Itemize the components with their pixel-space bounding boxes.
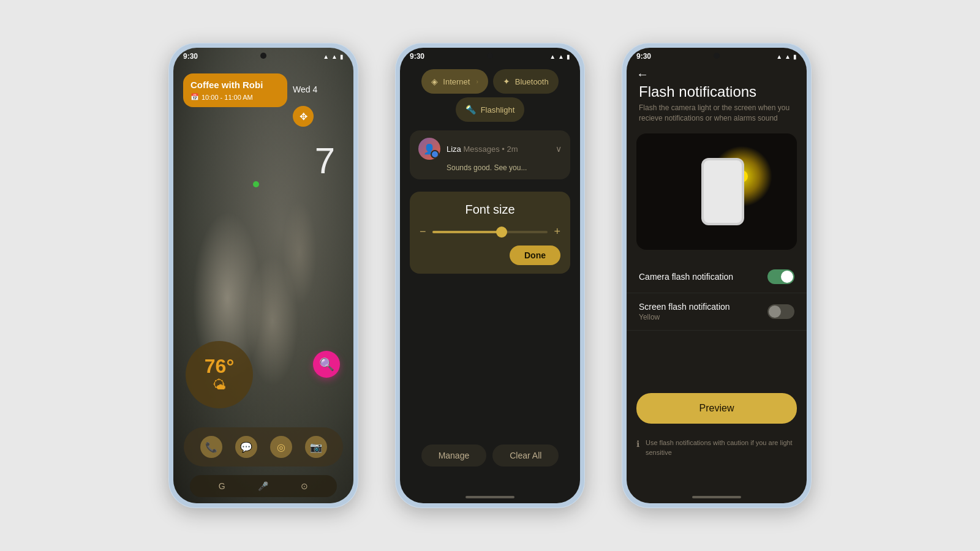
font-size-dialog: Font size − + Done [410,192,570,274]
notif-source: Messages • 2m [463,144,518,154]
search-fab[interactable]: 🔍 [313,351,340,378]
green-dot [253,181,259,187]
signal-icon-3: ▲ [776,53,782,60]
status-icons-3: ▲ ▲ ▮ [776,53,797,60]
phone-illus-inner [704,160,742,223]
dock-camera[interactable]: 📷 [305,436,327,458]
done-button[interactable]: Done [510,246,560,265]
battery-icon-2: ▮ [567,53,570,60]
font-decrease-btn[interactable]: − [420,225,426,238]
dock-chat[interactable]: 💬 [235,436,257,458]
flash-notifications-screen: 9:30 ▲ ▲ ▮ ← Flash notifications Flash t… [627,48,807,503]
bluetooth-toggle[interactable]: ✦ Bluetooth [493,69,559,94]
signal-icon-2: ▲ [549,53,556,60]
mic-icon[interactable]: 🎤 [258,481,268,491]
notification-card[interactable]: 👤 Liza Messages • 2m ∨ Sounds good. See … [410,130,570,179]
phone-1: 9:30 ▲ ▲ ▮ Coffee with Robi 📅 10:00 - 11… [168,43,358,508]
status-icons-1: ▲ ▲ ▮ [323,53,344,60]
event-time: 📅 10:00 - 11:00 AM [190,93,280,101]
info-icon: ℹ [636,439,639,449]
camera-flash-knob [781,271,793,283]
camera-notch-3 [714,53,720,59]
bluetooth-icon: ✦ [503,77,510,86]
caution-text: Use flash notifications with caution if … [646,438,797,457]
camera-notch-2 [487,53,493,59]
weather-widget[interactable]: 76° 🌤 [186,341,253,408]
page-title: Flash notifications [639,83,794,100]
flash-notifications-header: Flash notifications Flash the camera lig… [639,83,794,124]
dock: 📞 💬 ◎ 📷 [184,427,343,467]
status-time-3: 9:30 [636,52,651,61]
event-date: Wed 4 [293,84,317,94]
calendar-icon: 📅 [190,93,199,101]
number-widget: 7 [315,143,335,179]
move-icon[interactable]: ✥ [293,106,314,127]
notif-header: 👤 Liza Messages • 2m ∨ [418,138,562,160]
font-dialog-title: Font size [420,203,560,217]
camera-flash-label: Camera flash notification [639,272,767,282]
dock-phone[interactable]: 📞 [200,436,222,458]
preview-button[interactable]: Preview [636,393,797,424]
weather-icon: 🌤 [213,377,226,393]
font-done-row: Done [420,246,560,265]
phone-illustration [701,158,744,225]
notification-actions: Manage Clear All [410,444,570,467]
chevron-icon: › [476,78,478,85]
settings-list: Camera flash notification Screen flash n… [627,261,807,331]
camera-flash-row[interactable]: Camera flash notification [627,261,807,293]
status-time-1: 9:30 [183,52,198,61]
notif-body: Sounds good. See you... [418,163,562,172]
back-button[interactable]: ← [636,67,649,81]
slider-fill [432,231,502,233]
phone-3: 9:30 ▲ ▲ ▮ ← Flash notifications Flash t… [622,43,812,508]
page-subtitle: Flash the camera light or the screen whe… [639,103,794,124]
event-card[interactable]: Coffee with Robi 📅 10:00 - 11:00 AM [183,73,287,107]
caution-row: ℹ Use flash notifications with caution i… [636,438,797,457]
font-slider-track[interactable] [432,231,548,233]
flash-preview-box [636,133,797,250]
camera-flash-toggle[interactable] [767,269,794,284]
lens-icon[interactable]: ⊙ [301,481,308,491]
battery-icon-3: ▮ [793,53,797,60]
battery-icon: ▮ [340,53,344,60]
screen-flash-row[interactable]: Screen flash notification Yellow [627,293,807,331]
event-title: Coffee with Robi [190,80,280,91]
wifi-toggle-icon: ◈ [431,77,438,86]
flashlight-toggle[interactable]: 🔦 Flashlight [456,97,525,122]
dock-browser[interactable]: ◎ [270,436,292,458]
home-indicator-3 [692,496,741,498]
flashlight-icon: 🔦 [466,105,476,114]
font-increase-btn[interactable]: + [554,225,560,238]
avatar: 👤 [418,138,440,160]
internet-toggle[interactable]: ◈ Internet › [421,69,488,94]
status-time-2: 9:30 [410,52,424,61]
toggle-row-1: ◈ Internet › ✦ Bluetooth [410,69,570,94]
clear-all-button[interactable]: Clear All [492,444,559,467]
bottom-bar-1: G 🎤 ⊙ [190,475,337,497]
wifi-icon-2: ▲ [558,53,564,60]
screen-flash-label: Screen flash notification Yellow [639,302,767,321]
expand-icon[interactable]: ∨ [556,144,562,154]
toggle-row-2: 🔦 Flashlight [410,97,570,122]
search-icon: 🔍 [319,357,334,372]
quick-toggles: ◈ Internet › ✦ Bluetooth 🔦 Flashlight [410,69,570,122]
temperature: 76° [205,356,234,376]
google-g[interactable]: G [219,481,225,491]
signal-icon: ▲ [323,53,329,60]
camera-notch-1 [260,53,266,59]
screen-flash-knob [769,305,781,318]
notif-sender: Liza Messages • 2m [447,144,549,154]
home-indicator-2 [466,496,514,498]
home-screen: 9:30 ▲ ▲ ▮ Coffee with Robi 📅 10:00 - 11… [173,48,353,503]
status-icons-2: ▲ ▲ ▮ [549,53,570,60]
screen-flash-toggle[interactable] [767,304,794,319]
manage-button[interactable]: Manage [421,444,487,467]
notification-screen: 9:30 ▲ ▲ ▮ ◈ Internet › ✦ [400,48,580,503]
notif-meta: Liza Messages • 2m [447,144,549,154]
wifi-icon-3: ▲ [785,53,791,60]
slider-thumb[interactable] [496,227,507,238]
phone-2: 9:30 ▲ ▲ ▮ ◈ Internet › ✦ [395,43,585,508]
wifi-icon: ▲ [331,53,337,60]
font-slider-row: − + [420,225,560,238]
